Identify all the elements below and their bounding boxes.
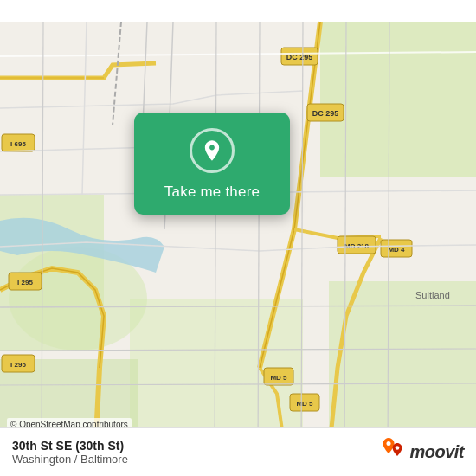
take-me-there-button[interactable]: Take me there [164,183,260,201]
svg-rect-1 [320,22,476,177]
location-pin-icon [200,138,224,163]
svg-point-27 [396,446,400,450]
svg-text:Suitland: Suitland [415,290,450,300]
bottom-info: 30th St SE (30th St) Washington / Baltim… [12,439,128,466]
moovit-pins-icon [380,436,406,467]
pin-icon-wrap [190,128,235,173]
svg-text:DC 295: DC 295 [312,109,339,118]
map-container: DC 295 DC 295 I 295 I 295 I 695 MD 4 MD … [0,0,476,476]
svg-text:MD 5: MD 5 [296,400,313,408]
svg-text:I 295: I 295 [17,279,33,286]
map-background: DC 295 DC 295 I 295 I 295 I 695 MD 4 MD … [0,0,476,476]
svg-text:MD 4: MD 4 [388,246,405,254]
moovit-logo[interactable]: moovit [380,436,464,467]
bottom-bar: 30th St SE (30th St) Washington / Baltim… [0,427,476,476]
svg-text:I 295: I 295 [10,361,26,369]
location-city: Washington / Baltimore [12,453,128,466]
svg-point-26 [387,441,391,446]
location-card[interactable]: Take me there [134,113,290,215]
location-name: 30th St SE (30th St) [12,439,128,453]
moovit-text: moovit [409,442,464,462]
svg-text:MD 5: MD 5 [270,374,287,382]
svg-text:I 695: I 695 [10,140,26,148]
